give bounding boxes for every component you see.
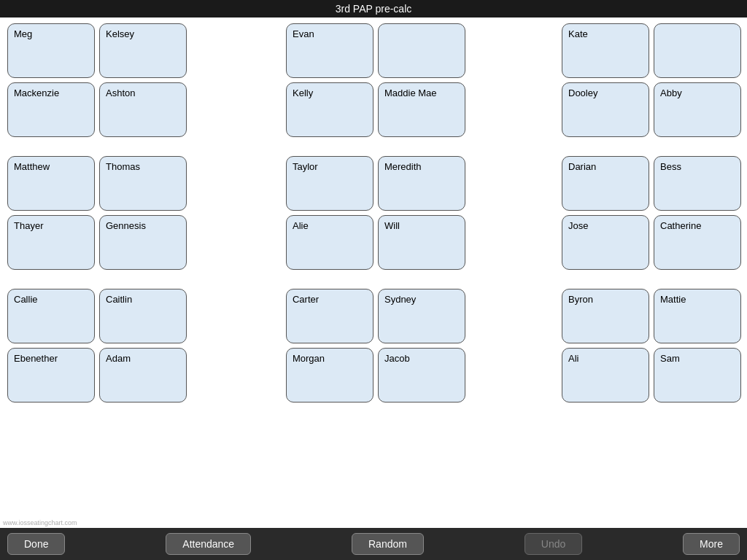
seat[interactable]: Sam [654,348,741,402]
seat[interactable]: Gennesis [99,215,187,270]
seat[interactable]: Bess [654,156,741,211]
seat-row: TaylorMeredith [286,156,468,211]
main-content: MegKelseyMackenzieAshtonMatthewThomasTha… [0,18,747,528]
page-title: 3rd PAP pre-calc [336,3,412,15]
done-button[interactable]: Done [7,533,65,555]
seat-row: CallieCaitlin [7,289,193,343]
seat-row: MatthewThomas [7,156,193,211]
seat[interactable]: Will [378,215,465,270]
spacer [286,274,468,289]
seat-row: KellyMaddie Mae [286,82,468,137]
seat[interactable]: Mattie [654,289,741,343]
right-column: KateDooleyAbbyDarianBessJoseCatherineByr… [559,18,747,528]
seat[interactable]: Matthew [7,156,95,211]
seat-row: DooleyAbby [562,82,744,137]
spacer [562,141,744,156]
watermark: www.iosseatingchart.com [0,518,80,528]
spacer [7,141,193,156]
seat[interactable]: Taylor [286,156,374,211]
seat[interactable] [378,23,465,78]
seat[interactable] [654,23,741,78]
seat-row: Kate [562,23,744,78]
seat-row: ByronMattie [562,289,744,343]
seat[interactable]: Alie [286,215,374,270]
seat[interactable]: Sydney [378,289,465,343]
seat[interactable]: Kate [562,23,649,78]
seat-row: Evan [286,23,468,78]
seat[interactable]: Catherine [654,215,741,270]
seat[interactable]: Darian [562,156,649,211]
seat-row: MegKelsey [7,23,193,78]
seat[interactable]: Meredith [378,156,465,211]
seat[interactable]: Ali [562,348,649,402]
left-column: MegKelseyMackenzieAshtonMatthewThomasTha… [0,18,196,528]
seat-row: EbenetherAdam [7,348,193,402]
spacer [286,141,468,156]
seat-row: AlieWill [286,215,468,270]
seat[interactable]: Jose [562,215,649,270]
spacer [7,274,193,289]
seat[interactable]: Abby [654,82,741,137]
seat[interactable]: Callie [7,289,95,343]
center-column: EvanKellyMaddie MaeTaylorMeredithAlieWil… [283,18,471,528]
seat[interactable]: Evan [286,23,374,78]
seat[interactable]: Carter [286,289,374,343]
random-button[interactable]: Random [352,533,424,555]
seat-row: CarterSydney [286,289,468,343]
seat-row: DarianBess [562,156,744,211]
seat-row: ThayerGennesis [7,215,193,270]
seat-row: MorganJacob [286,348,468,402]
seat[interactable]: Mackenzie [7,82,95,137]
seat[interactable]: Morgan [286,348,374,402]
seat[interactable]: Thayer [7,215,95,270]
seat[interactable]: Jacob [378,348,465,402]
seat[interactable]: Kelly [286,82,374,137]
seat[interactable]: Kelsey [99,23,187,78]
seat[interactable]: Ashton [99,82,187,137]
undo-button: Undo [525,533,582,555]
seat-row: MackenzieAshton [7,82,193,137]
more-button[interactable]: More [683,533,740,555]
seat[interactable]: Byron [562,289,649,343]
spacer [562,274,744,289]
seat[interactable]: Ebenether [7,348,95,402]
title-bar: 3rd PAP pre-calc [0,0,747,18]
bottom-bar: Done Attendance Random Undo More [0,528,747,560]
seat[interactable]: Maddie Mae [378,82,465,137]
seat-row: JoseCatherine [562,215,744,270]
seat[interactable]: Meg [7,23,95,78]
seat-row: AliSam [562,348,744,402]
attendance-button[interactable]: Attendance [166,533,251,555]
seat[interactable]: Caitlin [99,289,187,343]
seat[interactable]: Thomas [99,156,187,211]
seat[interactable]: Dooley [562,82,649,137]
seat[interactable]: Adam [99,348,187,402]
